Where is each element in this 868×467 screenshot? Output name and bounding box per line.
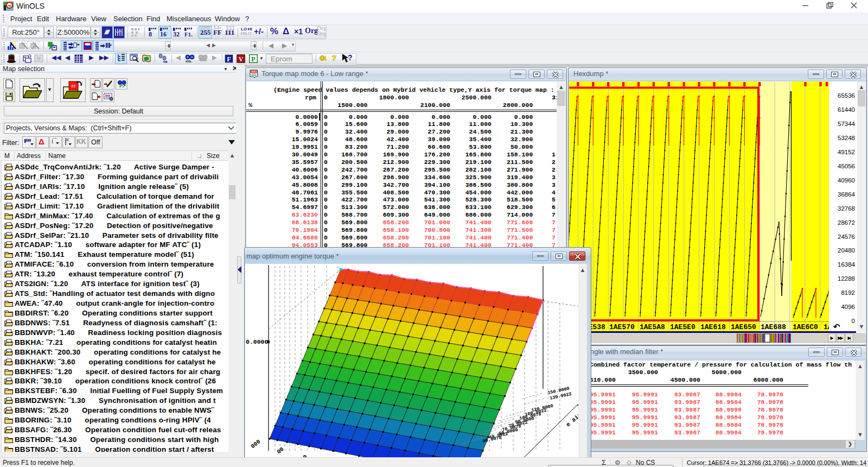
svg-text:1AE: 1AE <box>824 323 829 331</box>
svg-text:16: 16 <box>160 30 167 37</box>
svg-text:1AE5A8: 1AE5A8 <box>640 323 665 331</box>
svg-text:IOII..: IOII.. <box>186 60 193 63</box>
svg-text:ia: ia <box>107 83 110 86</box>
svg-text:35: 35 <box>71 84 76 89</box>
svg-text:V: V <box>239 55 244 63</box>
svg-text:1AE570: 1AE570 <box>609 323 635 331</box>
svg-text:1AE5E0: 1AE5E0 <box>670 323 695 331</box>
svg-text:F: F <box>227 55 231 63</box>
svg-text:32: 32 <box>173 30 180 37</box>
svg-text:00: 00 <box>276 446 285 455</box>
svg-text:0.0000: 0.0000 <box>246 338 269 345</box>
svg-text:?: ? <box>348 53 353 62</box>
svg-text:↗: ↗ <box>122 83 126 89</box>
svg-text:1AE6C0: 1AE6C0 <box>793 323 818 331</box>
svg-text:P: P <box>251 55 255 63</box>
svg-text:1AE650: 1AE650 <box>731 323 756 331</box>
svg-text:8: 8 <box>149 30 152 37</box>
svg-text:1AE618: 1AE618 <box>700 323 726 331</box>
svg-text:000: 000 <box>250 438 261 450</box>
svg-text:∞: ∞ <box>8 3 11 8</box>
svg-text:1AE688: 1AE688 <box>761 323 786 331</box>
svg-text:F1.: F1. <box>184 31 193 37</box>
